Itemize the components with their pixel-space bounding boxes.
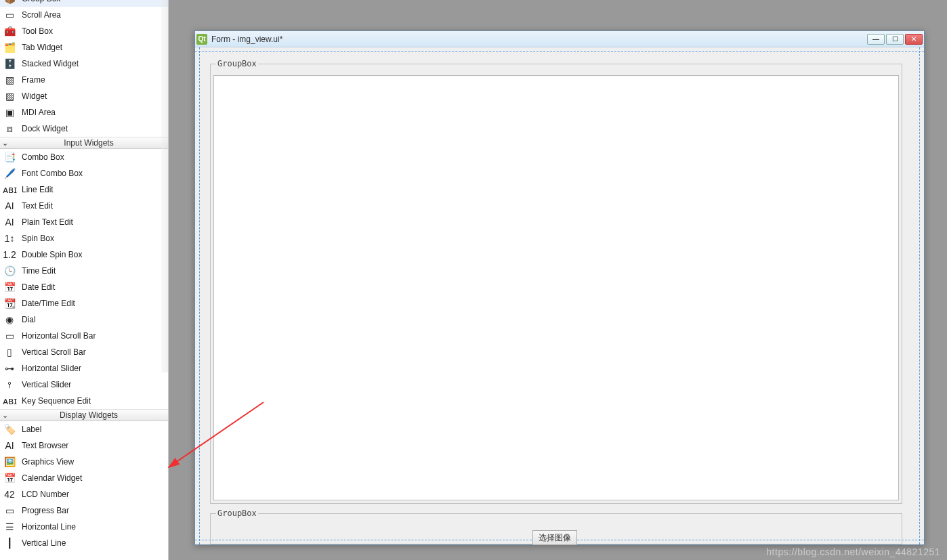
widget-date-edit-icon: 📅 bbox=[3, 280, 16, 294]
widget-vertical-line-label: Vertical Line bbox=[22, 538, 66, 548]
widget-font-combo-box-label: Font Combo Box bbox=[22, 169, 83, 178]
widget-label[interactable]: 🏷️Label bbox=[0, 421, 168, 437]
widget-dock-widget-icon: ⧈ bbox=[3, 122, 16, 135]
form-titlebar[interactable]: Qt Form - img_view.ui* — ☐ ✕ bbox=[195, 31, 924, 47]
widget-vertical-slider-icon: ⫯ bbox=[3, 378, 16, 391]
widget-vertical-slider[interactable]: ⫯Vertical Slider bbox=[0, 376, 168, 393]
widget-date-edit[interactable]: 📅Date Edit bbox=[0, 279, 168, 295]
widget-widget-label: Widget bbox=[22, 91, 47, 101]
minimize-button[interactable]: — bbox=[867, 34, 885, 45]
widget-mdi-area-label: MDI Area bbox=[22, 108, 56, 117]
widget-combo-box-icon: 📑 bbox=[3, 150, 16, 164]
widget-scroll-area[interactable]: ▭Scroll Area bbox=[0, 7, 168, 23]
widget-vertical-scroll-bar-icon: ▯ bbox=[3, 345, 16, 359]
widget-font-combo-box-icon: 🖊️ bbox=[3, 167, 16, 180]
widget-dial-label: Dial bbox=[22, 315, 36, 324]
widget-horizontal-slider[interactable]: ⊶Horizontal Slider bbox=[0, 360, 168, 376]
form-title: Form - img_view.ui* bbox=[211, 35, 867, 44]
widget-graphics-view-label: Graphics View bbox=[22, 457, 74, 467]
widget-group-box-icon: 📦 bbox=[3, 0, 16, 5]
widget-text-edit-label: Text Edit bbox=[22, 201, 53, 211]
groupbox-1[interactable]: GroupBox bbox=[210, 64, 902, 504]
widget-lcd-number[interactable]: 42LCD Number bbox=[0, 486, 168, 502]
widget-font-combo-box[interactable]: 🖊️Font Combo Box bbox=[0, 165, 168, 181]
widget-horizontal-scroll-bar[interactable]: ▭Horizontal Scroll Bar bbox=[0, 328, 168, 344]
widget-frame-icon: ▧ bbox=[3, 73, 16, 87]
widget-dial[interactable]: ◉Dial bbox=[0, 311, 168, 328]
widget-time-edit[interactable]: 🕒Time Edit bbox=[0, 263, 168, 279]
widget-graphics-view-icon: 🖼️ bbox=[3, 455, 16, 469]
widget-key-sequence-edit-icon: ᴀʙɪ bbox=[3, 394, 16, 408]
widget-vertical-scroll-bar[interactable]: ▯Vertical Scroll Bar bbox=[0, 344, 168, 360]
widget-progress-bar[interactable]: ▭Progress Bar bbox=[0, 502, 168, 519]
widget-tab-widget-label: Tab Widget bbox=[22, 43, 62, 52]
widget-horizontal-line[interactable]: ☰Horizontal Line bbox=[0, 519, 168, 535]
widget-tool-box-label: Tool Box bbox=[22, 26, 53, 36]
form-window[interactable]: Qt Form - img_view.ui* — ☐ ✕ GroupBox Gr… bbox=[194, 30, 925, 545]
widget-tab-widget[interactable]: 🗂️Tab Widget bbox=[0, 39, 168, 56]
chevron-down-icon: ⌄ bbox=[0, 139, 9, 148]
widget-spin-box-icon: 1↕ bbox=[3, 232, 16, 245]
widget-double-spin-box[interactable]: 1.2Double Spin Box bbox=[0, 246, 168, 263]
widget-plain-text-edit-label: Plain Text Edit bbox=[22, 217, 73, 227]
widget-stacked-widget[interactable]: 🗄️Stacked Widget bbox=[0, 56, 168, 72]
widget-calendar-widget-icon: 📅 bbox=[3, 471, 16, 485]
widget-group-box[interactable]: 📦Group Box bbox=[0, 0, 168, 7]
widget-calendar-widget[interactable]: 📅Calendar Widget bbox=[0, 470, 168, 486]
form-body[interactable]: GroupBox GroupBox 选择图像 bbox=[195, 47, 924, 544]
widget-horizontal-scroll-bar-label: Horizontal Scroll Bar bbox=[22, 331, 96, 341]
widget-progress-bar-icon: ▭ bbox=[3, 504, 16, 517]
qt-icon: Qt bbox=[196, 34, 207, 45]
widget-stacked-widget-label: Stacked Widget bbox=[22, 59, 79, 68]
widget-text-edit-icon: AI bbox=[3, 199, 16, 213]
widget-spin-box-label: Spin Box bbox=[22, 234, 54, 243]
widget-text-browser-icon: AI bbox=[3, 439, 16, 452]
widget-lcd-number-icon: 42 bbox=[3, 488, 16, 501]
widget-horizontal-slider-label: Horizontal Slider bbox=[22, 364, 81, 373]
widget-key-sequence-edit-label: Key Sequence Edit bbox=[22, 396, 91, 406]
widget-dock-widget[interactable]: ⧈Dock Widget bbox=[0, 121, 168, 137]
category-input-widgets-label: Input Widgets bbox=[9, 138, 168, 148]
widget-plain-text-edit-icon: AI bbox=[3, 215, 16, 229]
widget-vertical-line-icon: ┃ bbox=[3, 536, 16, 550]
widget-vertical-slider-label: Vertical Slider bbox=[22, 380, 71, 389]
widget-mdi-area-icon: ▣ bbox=[3, 106, 16, 119]
widget-frame-label: Frame bbox=[22, 75, 45, 85]
widget-key-sequence-edit[interactable]: ᴀʙɪKey Sequence Edit bbox=[0, 393, 168, 409]
widget-frame[interactable]: ▧Frame bbox=[0, 72, 168, 88]
widget-tool-box-icon: 🧰 bbox=[3, 24, 16, 38]
widget-widget-icon: ▨ bbox=[3, 89, 16, 103]
widget-horizontal-scroll-bar-icon: ▭ bbox=[3, 329, 16, 343]
widget-widget[interactable]: ▨Widget bbox=[0, 88, 168, 104]
category-display-widgets[interactable]: ⌄Display Widgets bbox=[0, 409, 168, 421]
widget-line-edit[interactable]: ᴀʙɪLine Edit bbox=[0, 181, 168, 198]
widget-combo-box[interactable]: 📑Combo Box bbox=[0, 149, 168, 165]
widget-text-browser[interactable]: AIText Browser bbox=[0, 437, 168, 454]
maximize-button[interactable]: ☐ bbox=[886, 34, 904, 45]
category-input-widgets[interactable]: ⌄Input Widgets bbox=[0, 137, 168, 149]
graphics-view-area[interactable] bbox=[213, 75, 899, 500]
close-button[interactable]: ✕ bbox=[905, 34, 923, 45]
widget-plain-text-edit[interactable]: AIPlain Text Edit bbox=[0, 214, 168, 230]
widget-line-edit-label: Line Edit bbox=[22, 185, 54, 194]
widget-box-panel: 📦Group Box▭Scroll Area🧰Tool Box🗂️Tab Wid… bbox=[0, 0, 169, 560]
widget-text-edit[interactable]: AIText Edit bbox=[0, 198, 168, 214]
widget-time-edit-icon: 🕒 bbox=[3, 264, 16, 278]
widget-combo-box-label: Combo Box bbox=[22, 152, 64, 162]
widget-double-spin-box-label: Double Spin Box bbox=[22, 250, 82, 259]
widget-mdi-area[interactable]: ▣MDI Area bbox=[0, 104, 168, 121]
widget-double-spin-box-icon: 1.2 bbox=[3, 248, 16, 261]
widget-date-time-edit[interactable]: 📆Date/Time Edit bbox=[0, 295, 168, 311]
widget-tool-box[interactable]: 🧰Tool Box bbox=[0, 23, 168, 39]
widget-vertical-line[interactable]: ┃Vertical Line bbox=[0, 535, 168, 551]
watermark-text: https://blog.csdn.net/weixin_44821251 bbox=[766, 546, 940, 557]
widget-tab-widget-icon: 🗂️ bbox=[3, 41, 16, 54]
widget-spin-box[interactable]: 1↕Spin Box bbox=[0, 230, 168, 246]
widget-graphics-view[interactable]: 🖼️Graphics View bbox=[0, 454, 168, 470]
select-image-button[interactable]: 选择图像 bbox=[532, 530, 577, 545]
widget-calendar-widget-label: Calendar Widget bbox=[22, 473, 82, 483]
design-canvas: Qt Form - img_view.ui* — ☐ ✕ GroupBox Gr… bbox=[169, 0, 947, 560]
widget-date-edit-label: Date Edit bbox=[22, 282, 55, 292]
widget-scroll-area-label: Scroll Area bbox=[22, 10, 61, 20]
widget-group-box-label: Group Box bbox=[22, 0, 60, 3]
